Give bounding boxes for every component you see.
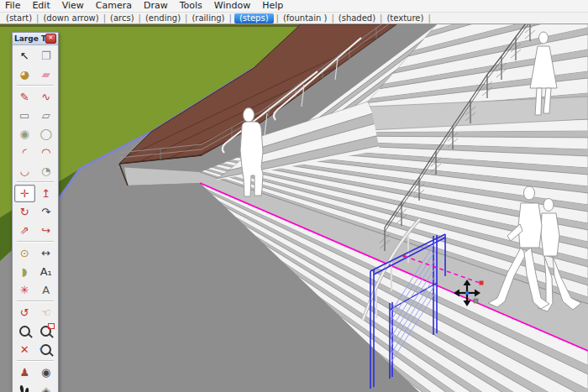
- circle-tool-button[interactable]: ◉: [14, 125, 35, 143]
- palette-title: Large T...: [14, 34, 45, 43]
- rotated-rectangle-icon: ▱: [42, 108, 50, 123]
- scene-tab-start[interactable]: (start): [3, 13, 35, 24]
- tab-separator: |: [228, 13, 233, 23]
- scene-tab-texture[interactable]: (texture): [383, 13, 427, 24]
- text-icon: A₁: [40, 264, 52, 279]
- axes-tool-button[interactable]: ✳: [14, 281, 35, 299]
- push-pull-icon: ↥: [41, 186, 50, 201]
- move-icon: ✛: [20, 186, 29, 201]
- section-plane-tool-button[interactable]: ◈: [36, 382, 57, 392]
- scene-tab-shaded[interactable]: (shaded): [335, 13, 379, 24]
- menu-item-camera[interactable]: Camera: [91, 0, 139, 12]
- pie-icon: ◔: [41, 164, 50, 178]
- 3d-text-tool-button[interactable]: A: [36, 281, 57, 299]
- freehand-tool-button[interactable]: ∿: [36, 88, 57, 106]
- rectangle-icon: ▭: [19, 108, 29, 123]
- toolbar-separator: [17, 181, 54, 183]
- zoom-window-tool-button[interactable]: [36, 322, 57, 340]
- scene-tab-downarrow[interactable]: (down arrow): [39, 13, 102, 24]
- zoom-extents-tool-button[interactable]: ✕: [14, 341, 35, 358]
- tape-measure-tool-button[interactable]: ⊙: [14, 244, 35, 262]
- menu-item-draw[interactable]: Draw: [139, 0, 175, 12]
- scene-tab-ending[interactable]: (ending): [142, 13, 184, 24]
- look-around-icon: ◉: [41, 365, 50, 379]
- line-tool-button[interactable]: ✎: [14, 88, 35, 106]
- menu-item-tools[interactable]: Tools: [175, 0, 209, 12]
- tape-measure-icon: ⊙: [20, 246, 29, 260]
- close-icon[interactable]: ✕: [45, 34, 56, 44]
- push-pull-tool-button[interactable]: ↥: [36, 185, 57, 202]
- model-scene: [0, 24, 588, 392]
- arc-tool-button[interactable]: ◜: [14, 144, 35, 161]
- scale-tool-button[interactable]: ⇗: [14, 222, 35, 239]
- scene-tab-steps[interactable]: (steps): [234, 13, 274, 24]
- orbit-icon: ↺: [20, 306, 29, 320]
- tool-grid: ↖❐◕▰✎∿▭▱◉◯◜◠◡◔✛↥↻↷⇗↪⊙↔◗A₁✳A↺☜✕♟◉◈: [13, 45, 58, 392]
- toolbar-separator: [17, 301, 54, 302]
- offset-tool-button[interactable]: ↪: [36, 222, 57, 239]
- 2-point-arc-tool-button[interactable]: ◠: [36, 144, 57, 161]
- zoom-icon: [19, 326, 30, 337]
- zoom-previous-tool-button[interactable]: [36, 341, 57, 358]
- paint-bucket-tool-button[interactable]: ◕: [14, 65, 35, 83]
- viewport-3d[interactable]: [0, 24, 588, 392]
- 2-point-arc-icon: ◠: [41, 145, 50, 159]
- toolbar-separator: [17, 360, 54, 362]
- tab-separator: |: [427, 13, 431, 23]
- walk-tool-button[interactable]: [14, 382, 35, 392]
- 3-point-arc-tool-button[interactable]: ◡: [14, 162, 35, 180]
- scene-tab-arcs[interactable]: (arcs): [107, 13, 138, 24]
- orbit-tool-button[interactable]: ↺: [14, 304, 35, 321]
- menu-item-view[interactable]: View: [57, 0, 91, 12]
- zoom-extents-icon: ✕: [20, 342, 29, 357]
- arc-icon: ◜: [23, 145, 27, 159]
- zoom-previous-icon: [40, 344, 51, 355]
- pan-tool-button[interactable]: ☜: [36, 304, 57, 321]
- rotated-rectangle-tool-button[interactable]: ▱: [36, 107, 57, 124]
- polygon-icon: ◯: [39, 127, 52, 141]
- eraser-icon: ▰: [42, 67, 50, 81]
- select-tool-button[interactable]: ↖: [14, 47, 35, 65]
- protractor-icon: ◗: [22, 264, 28, 279]
- pie-tool-button[interactable]: ◔: [36, 162, 57, 180]
- position-camera-tool-button[interactable]: ♟: [14, 363, 35, 381]
- menu-item-window[interactable]: Window: [209, 0, 257, 12]
- menu-item-help[interactable]: Help: [257, 0, 290, 12]
- menu-bar: FileEditViewCameraDrawToolsWindowHelp: [0, 0, 588, 13]
- toolbar-separator: [17, 241, 54, 243]
- dimension-icon: ↔: [41, 246, 50, 260]
- follow-me-tool-button[interactable]: ↷: [36, 203, 57, 221]
- line-icon: ✎: [20, 90, 29, 104]
- zoom-tool-button[interactable]: [14, 322, 35, 340]
- protractor-tool-button[interactable]: ◗: [14, 263, 35, 280]
- section-plane-icon: ◈: [42, 384, 50, 392]
- scene-tab-bar: (start)|(down arrow)|(arcs)|(ending)|(ra…: [0, 13, 588, 24]
- rectangle-tool-button[interactable]: ▭: [14, 107, 35, 124]
- position-camera-icon: ♟: [19, 365, 29, 379]
- make-component-tool-button[interactable]: ❐: [36, 47, 57, 65]
- rotate-tool-button[interactable]: ↻: [14, 203, 35, 221]
- follow-me-icon: ↷: [41, 205, 50, 219]
- rotate-icon: ↻: [20, 205, 29, 219]
- circle-icon: ◉: [20, 127, 29, 141]
- palette-title-bar[interactable]: Large T... ✕: [13, 33, 58, 45]
- dimension-tool-button[interactable]: ↔: [36, 244, 57, 262]
- look-around-tool-button[interactable]: ◉: [36, 363, 57, 381]
- sketchup-window: FileEditViewCameraDrawToolsWindowHelp (s…: [0, 0, 588, 392]
- menu-item-file[interactable]: File: [0, 0, 27, 12]
- scene-tab-railing[interactable]: (railing): [188, 13, 228, 24]
- 3d-text-icon: A: [42, 283, 50, 297]
- walk-icon: [19, 385, 29, 392]
- zoom-window-icon: [40, 326, 51, 337]
- paint-bucket-icon: ◕: [20, 67, 29, 81]
- menu-item-edit[interactable]: Edit: [27, 0, 56, 12]
- 3-point-arc-icon: ◡: [20, 164, 29, 178]
- axes-icon: ✳: [20, 283, 29, 297]
- scene-tab-fountain[interactable]: (fountain ): [280, 13, 330, 24]
- pan-icon: ☜: [41, 306, 51, 320]
- offset-icon: ↪: [41, 223, 50, 238]
- polygon-tool-button[interactable]: ◯: [36, 125, 57, 143]
- eraser-tool-button[interactable]: ▰: [36, 65, 57, 83]
- text-tool-button[interactable]: A₁: [36, 263, 57, 280]
- move-tool-button[interactable]: ✛: [14, 185, 35, 202]
